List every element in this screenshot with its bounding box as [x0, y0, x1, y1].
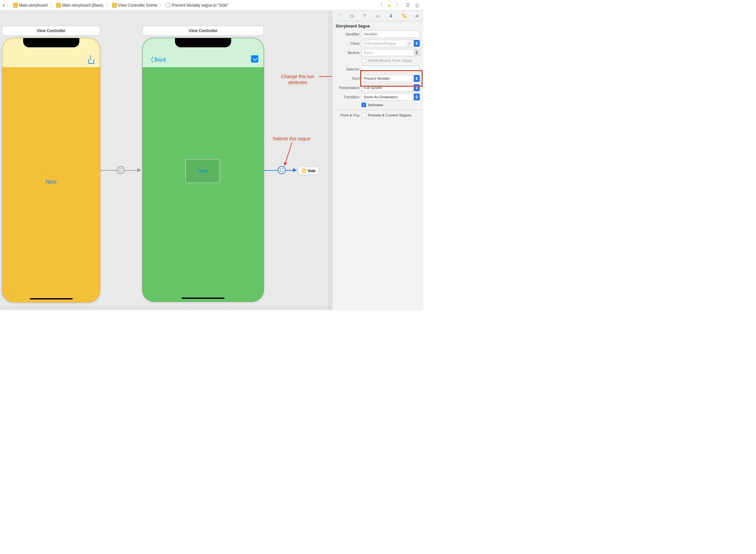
storyboard-file-icon — [56, 3, 61, 8]
crumb-main-storyboard[interactable]: Main.storyboard — [12, 3, 49, 8]
topbar-right: 〈 ▲ 〉 ☰ ◫ — [374, 2, 423, 8]
kind-label: Kind — [336, 76, 360, 80]
crumb-main-storyboard-base[interactable]: Main.storyboard (Base) — [55, 3, 105, 8]
animates-checkbox[interactable] — [362, 103, 366, 107]
help-inspector-tab[interactable]: ? — [361, 12, 368, 19]
side-chip-label: Side — [308, 169, 315, 173]
scene1-title-text: View Controller — [37, 29, 66, 33]
preview-commit-checkbox[interactable] — [362, 113, 366, 117]
animates-label: Animates — [368, 103, 383, 107]
warning-icon[interactable]: ▲ — [386, 2, 392, 8]
crumb-text: Main.storyboard — [19, 3, 48, 8]
scene2-title-bar[interactable]: View Controller — [142, 26, 264, 36]
crumb-text: s — [3, 3, 5, 8]
history-back-button[interactable]: 〈 — [377, 2, 383, 8]
chevron-left-icon: 〈 — [147, 55, 154, 64]
class-add-button[interactable]: ⊕ — [406, 41, 412, 46]
identifier-field[interactable] — [362, 31, 420, 38]
module-value: None — [364, 51, 372, 55]
segue-connector-2b[interactable] — [286, 170, 294, 171]
crumb-text: Main.storyboard (Base) — [62, 3, 104, 8]
module-combo[interactable]: None — [362, 49, 420, 56]
connections-inspector-tab[interactable]: ➜ — [413, 12, 420, 19]
scene-icon — [112, 3, 117, 8]
breadcrumbs: s 〉 Main.storyboard 〉 Main.storyboard (B… — [0, 2, 374, 8]
scene-dot-icon: ◉ — [302, 168, 306, 173]
class-label: Class — [336, 41, 360, 45]
crumb-text: Present Modally segue to "Side" — [172, 3, 228, 8]
chevron-updown-icon — [414, 75, 420, 82]
segue-glyph-icon — [280, 168, 284, 172]
chevron-updown-icon — [414, 94, 420, 100]
annotation-segue: Selecte this segue — [272, 136, 310, 142]
scene2-container-view[interactable]: Next — [186, 159, 220, 183]
crumb-scene[interactable]: View Controller Scene — [111, 3, 159, 8]
inspector-body: Identifier Class UIStoryboardSegue ⊕ Mod… — [332, 31, 423, 123]
scene2-download-button[interactable] — [251, 55, 258, 63]
home-indicator — [182, 297, 225, 299]
arrowhead-icon — [293, 168, 297, 172]
scene2-back-button[interactable]: 〈 Back — [147, 55, 166, 64]
breadcrumb-sep: 〉 — [6, 2, 12, 8]
scene1-next-button[interactable]: Next — [46, 179, 57, 185]
segue-node-1[interactable] — [117, 166, 125, 174]
back-label: Back — [154, 57, 166, 63]
transition-combo[interactable]: Same As Destination — [362, 93, 420, 101]
chevron-updown-icon — [414, 85, 420, 91]
annotation-attrs: Change this two attributes — [281, 73, 314, 86]
scene2-next-button[interactable]: Next — [198, 168, 208, 173]
class-value: UIStoryboardSegue — [364, 41, 396, 45]
crumb-segue[interactable]: Present Modally segue to "Side" — [164, 3, 230, 8]
divider — [332, 110, 423, 110]
scene1-device[interactable]: Next — [2, 38, 100, 302]
segue-connector-1b — [125, 170, 138, 171]
segue-node-selected[interactable] — [278, 166, 286, 174]
h-scrollbar[interactable] — [0, 306, 332, 310]
kind-combo[interactable]: Present Modally — [362, 75, 420, 82]
v-scrollbar[interactable] — [327, 11, 332, 310]
chevron-updown-icon — [414, 40, 420, 47]
size-inspector-tab[interactable]: 📏 — [400, 12, 407, 19]
scene2-device[interactable]: 〈 Back Next — [142, 38, 264, 302]
outline-toggle-icon[interactable]: ☰ — [405, 2, 411, 8]
presentation-label: Presentation — [336, 86, 360, 90]
side-scene-chip[interactable]: ◉ Side — [299, 167, 318, 175]
share-icon — [87, 57, 94, 64]
annotation-arrow — [285, 142, 292, 163]
segue-connector-2[interactable] — [264, 170, 278, 171]
inspector-panel: 📄 ◷ ? ▭ ⬇ 📏 ➜ Storyboard Segue Identifie… — [332, 11, 423, 310]
scene2-title-text: View Controller — [189, 29, 217, 33]
breadcrumb-sep: 〉 — [159, 2, 164, 8]
breadcrumb-bar: s 〉 Main.storyboard 〉 Main.storyboard (B… — [0, 0, 423, 11]
scene1-share-button[interactable] — [87, 57, 94, 64]
assistant-editor-icon[interactable]: ◫ — [414, 2, 420, 8]
kind-value: Present Modally — [364, 76, 390, 80]
arrowhead-icon — [137, 168, 141, 172]
transition-value: Same As Destination — [364, 95, 397, 99]
storyboard-canvas[interactable]: View Controller Next View Controller 〈 B… — [0, 11, 332, 310]
inherit-module-checkbox[interactable] — [362, 58, 366, 63]
inspector-tabs: 📄 ◷ ? ▭ ⬇ 📏 ➜ — [332, 11, 423, 21]
device-notch — [23, 38, 79, 47]
device-notch — [175, 38, 231, 47]
selector-field[interactable] — [362, 65, 420, 73]
segue-connector-1 — [100, 170, 117, 171]
history-forward-button[interactable]: 〉 — [395, 2, 401, 8]
presentation-combo[interactable]: Full Screen — [362, 84, 420, 91]
download-icon — [251, 55, 258, 63]
presentation-value: Full Screen — [364, 86, 382, 90]
segue-icon — [166, 3, 170, 8]
scene1-title-bar[interactable]: View Controller — [2, 26, 100, 36]
breadcrumb-sep: 〉 — [105, 2, 111, 8]
crumb-partial[interactable]: s — [1, 3, 6, 8]
class-combo[interactable]: UIStoryboardSegue ⊕ — [362, 40, 420, 47]
segue-glyph-icon — [119, 168, 122, 172]
identifier-label: Identifier — [336, 32, 360, 36]
history-inspector-tab[interactable]: ◷ — [348, 12, 356, 19]
file-inspector-tab[interactable]: 📄 — [335, 12, 342, 19]
attributes-inspector-tab[interactable]: ⬇ — [387, 12, 394, 19]
transition-label: Transition — [336, 95, 360, 99]
inspector-section-title: Storyboard Segue — [332, 21, 423, 31]
preview-commit-label: Preview & Commit Segues — [368, 113, 412, 117]
identity-inspector-tab[interactable]: ▭ — [374, 12, 381, 19]
